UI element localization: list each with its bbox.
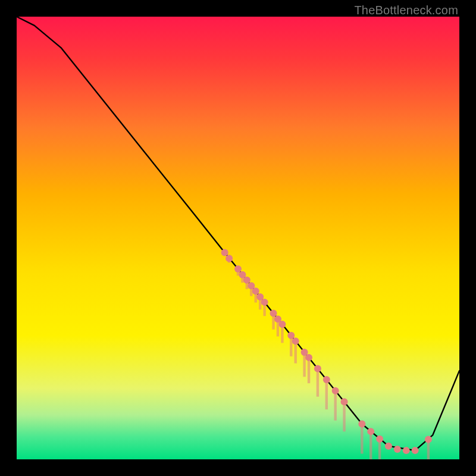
highlight-point [287,332,295,339]
highlight-point [270,309,277,317]
highlight-point [314,365,321,372]
bottleneck-curve [17,17,459,450]
highlight-streak [317,368,319,396]
highlight-point [221,249,228,256]
highlight-streak [369,431,372,459]
highlight-point [376,436,383,443]
highlight-point [367,428,374,435]
highlight-markers [221,249,432,455]
highlight-point [261,299,268,306]
highlight-streak [334,391,336,421]
highlight-streak [343,402,345,431]
highlight-point [323,376,330,383]
highlight-point [305,354,312,361]
chart-canvas [17,17,459,459]
highlight-point [425,436,432,443]
highlight-point [278,321,286,328]
highlight-point [394,446,401,453]
highlight-point [412,447,419,454]
chart-overlay [17,17,459,459]
highlight-point [332,387,339,394]
highlight-point [341,398,348,405]
highlight-point [234,265,242,273]
highlight-streak [361,424,363,453]
highlight-point [226,255,233,262]
highlight-point [403,447,410,454]
highlight-streak [325,380,328,409]
highlight-point [243,277,250,284]
highlight-point [252,287,259,295]
highlight-point [292,337,299,345]
attribution-text: TheBottleneck.com [354,4,458,17]
highlight-point [385,443,392,450]
highlight-streak [308,358,310,383]
highlight-point [358,420,365,427]
highlight-streak [303,352,305,377]
